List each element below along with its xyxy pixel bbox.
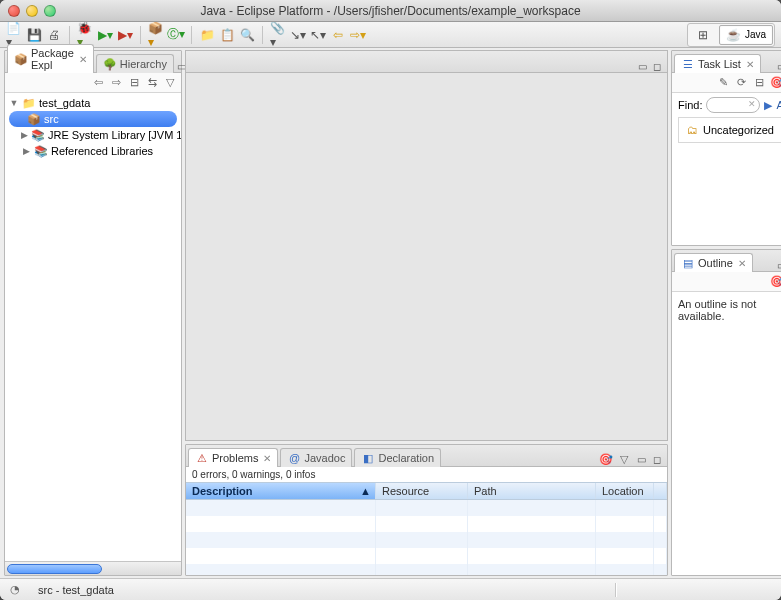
task-list-tabbar: ☰ Task List ✕ ▭ ◻ [672, 51, 781, 73]
uncategorized-item[interactable]: 🗂 Uncategorized [682, 121, 781, 139]
library-icon: 📚 [31, 128, 45, 142]
col-description-label: Description [192, 485, 253, 497]
minimize-view-icon[interactable]: ▭ [635, 453, 647, 465]
save-icon[interactable]: 💾 [26, 27, 42, 43]
sync-icon[interactable]: ⟳ [734, 76, 748, 90]
expand-arrow-icon[interactable]: ▼ [9, 98, 19, 108]
close-icon[interactable]: ✕ [746, 59, 754, 70]
view-controls: ▭ ◻ [775, 60, 781, 72]
declaration-tab[interactable]: ◧ Declaration [354, 448, 441, 467]
focus-task-icon[interactable]: 🎯 [770, 275, 781, 289]
table-row[interactable] [186, 516, 667, 532]
task-tree[interactable]: 🗂 Uncategorized [678, 117, 781, 143]
editor-area[interactable]: ▭ ◻ [185, 50, 668, 441]
new-task-icon[interactable]: ✎ [716, 76, 730, 90]
all-label[interactable]: All [776, 99, 781, 111]
find-row: Find: ▶ All ▸ [678, 97, 781, 113]
new-icon[interactable]: 📄▾ [6, 27, 22, 43]
focus-task-icon[interactable]: 🎯 [599, 452, 613, 466]
col-path[interactable]: Path [468, 483, 596, 499]
expand-arrow-icon[interactable]: ▶ [21, 130, 28, 140]
sort-asc-icon: ▲ [360, 485, 371, 497]
tree-jre-row[interactable]: ▶ 📚 JRE System Library [JVM 1.5.0 (M [5, 127, 181, 143]
find-input[interactable] [706, 97, 760, 113]
tree-src-row[interactable]: 📦 src [9, 111, 177, 127]
right-column: ☰ Task List ✕ ▭ ◻ ✎ ⟳ ⊟ 🎯 ▽ [671, 50, 781, 576]
tree-project-row[interactable]: ▼ 📁 test_gdata [5, 95, 181, 111]
view-menu-icon[interactable]: ▽ [163, 76, 177, 90]
left-column: 📦 Package Expl ✕ 🌳 Hierarchy ▭ ◻ [4, 50, 182, 576]
minimize-view-icon[interactable]: ▭ [775, 259, 781, 271]
forward-icon[interactable]: ⇨▾ [350, 27, 366, 43]
open-perspective-button[interactable]: ⊞ [689, 26, 717, 44]
titlebar[interactable]: Java - Eclipse Platform - /Users/jfisher… [0, 0, 781, 22]
maximize-view-icon[interactable]: ◻ [651, 453, 663, 465]
open-type-icon[interactable]: 📁 [199, 27, 215, 43]
back-nav-icon[interactable]: ⇦ [91, 76, 105, 90]
table-row[interactable] [186, 500, 667, 516]
open-task-icon[interactable]: 📋 [219, 27, 235, 43]
link-editor-icon[interactable]: ⇆ [145, 76, 159, 90]
col-extra[interactable] [654, 483, 667, 499]
table-row[interactable] [186, 564, 667, 575]
close-icon[interactable]: ✕ [79, 54, 87, 65]
close-icon[interactable]: ✕ [738, 258, 746, 269]
outline-icon: ▤ [681, 256, 695, 270]
scrollbar-thumb[interactable] [7, 564, 102, 574]
problems-tabbar: ⚠ Problems ✕ @ Javadoc ◧ Declaration 🎯 [186, 445, 667, 467]
minimize-view-icon[interactable]: ▭ [775, 60, 781, 72]
package-explorer-toolbar: ⇦ ⇨ ⊟ ⇆ ▽ [5, 73, 181, 93]
minimize-icon[interactable] [26, 5, 38, 17]
problems-view: ⚠ Problems ✕ @ Javadoc ◧ Declaration 🎯 [185, 444, 668, 576]
col-resource[interactable]: Resource [376, 483, 468, 499]
status-marker-icon[interactable]: ◔ [8, 583, 22, 597]
eclipse-window: Java - Eclipse Platform - /Users/jfisher… [0, 0, 781, 600]
horizontal-scrollbar[interactable] [5, 561, 181, 575]
task-list-body: Find: ▶ All ▸ 🗂 Uncategorized [672, 93, 781, 147]
javadoc-tab-label: Javadoc [304, 452, 345, 464]
task-list-tab[interactable]: ☰ Task List ✕ [674, 54, 761, 73]
run-ext-icon[interactable]: ▶▾ [117, 27, 133, 43]
forward-nav-icon[interactable]: ⇨ [109, 76, 123, 90]
collapse-all-icon[interactable]: ⊟ [752, 76, 766, 90]
javadoc-tab[interactable]: @ Javadoc [280, 448, 352, 467]
print-icon[interactable]: 🖨 [46, 27, 62, 43]
maximize-view-icon[interactable]: ◻ [651, 60, 663, 72]
toggle-mark-icon[interactable]: 📎▾ [270, 27, 286, 43]
debug-icon[interactable]: 🐞▾ [77, 27, 93, 43]
view-menu-icon[interactable]: ▽ [617, 452, 631, 466]
close-icon[interactable]: ✕ [263, 453, 271, 464]
status-text: src - test_gdata [38, 584, 114, 596]
new-class-icon[interactable]: Ⓒ▾ [168, 27, 184, 43]
java-perspective-button[interactable]: ☕ Java [719, 25, 773, 45]
col-description[interactable]: Description ▲ [186, 483, 376, 499]
minimize-view-icon[interactable]: ▭ [636, 60, 648, 72]
tree-reflib-row[interactable]: ▶ 📚 Referenced Libraries [5, 143, 181, 159]
separator [69, 26, 70, 44]
outline-tab[interactable]: ▤ Outline ✕ [674, 253, 753, 272]
new-package-icon[interactable]: 📦▾ [148, 27, 164, 43]
table-row[interactable] [186, 532, 667, 548]
outline-tabbar: ▤ Outline ✕ ▭ ◻ [672, 250, 781, 272]
problems-tab[interactable]: ⚠ Problems ✕ [188, 448, 278, 467]
col-location[interactable]: Location [596, 483, 654, 499]
problems-table-body[interactable] [186, 500, 667, 575]
project-tree[interactable]: ▼ 📁 test_gdata 📦 src ▶ 📚 JRE System Libr… [5, 93, 181, 561]
next-annotation-icon[interactable]: ↘▾ [290, 27, 306, 43]
close-icon[interactable] [8, 5, 20, 17]
problems-table-header: Description ▲ Resource Path Location [186, 482, 667, 500]
package-explorer-tab[interactable]: 📦 Package Expl ✕ [7, 44, 94, 73]
expand-arrow-icon[interactable]: ▶ [21, 146, 31, 156]
prev-annotation-icon[interactable]: ↖▾ [310, 27, 326, 43]
run-icon[interactable]: ▶▾ [97, 27, 113, 43]
editor-body[interactable] [186, 73, 667, 440]
focus-icon[interactable]: 🎯 [770, 76, 781, 90]
activate-icon[interactable]: ▶ [764, 98, 772, 112]
search-icon[interactable]: 🔍 [239, 27, 255, 43]
back-icon[interactable]: ⇦ [330, 27, 346, 43]
find-label: Find: [678, 99, 702, 111]
collapse-all-icon[interactable]: ⊟ [127, 76, 141, 90]
table-row[interactable] [186, 548, 667, 564]
hierarchy-tab[interactable]: 🌳 Hierarchy [96, 54, 174, 73]
zoom-icon[interactable] [44, 5, 56, 17]
